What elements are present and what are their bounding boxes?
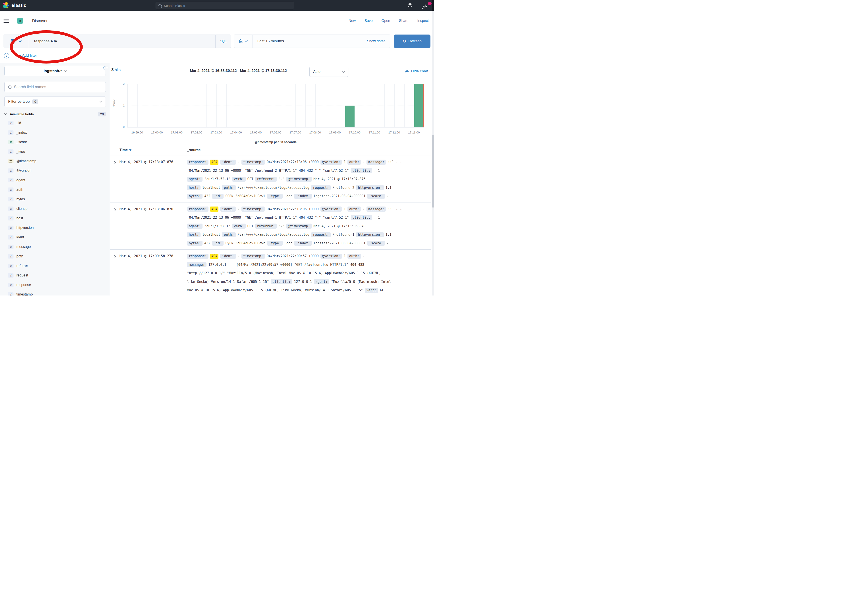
time-column-label: Time [120, 148, 128, 152]
source-text: [04/Mar/2021:22:13:06 +0000] "GET /notfo… [187, 216, 349, 220]
field-item-_type[interactable]: t_type [0, 147, 110, 156]
filter-by-type-select[interactable]: Filter by type 0 [4, 96, 106, 107]
field-item-bytes[interactable]: tbytes [0, 194, 110, 204]
add-filter-link[interactable]: + Add filter [19, 53, 37, 58]
chevron-down-icon [245, 39, 248, 42]
x-tick: 17:02:00 [190, 131, 202, 134]
source-text: 04/Mar/2021:22:13:06 +0000 [267, 207, 319, 211]
show-dates-link[interactable]: Show dates [367, 39, 390, 43]
news-party-popper-icon[interactable] [422, 4, 427, 9]
interval-value: Auto [313, 70, 320, 74]
field-item-httpversion[interactable]: thttpversion [0, 223, 110, 232]
query-input[interactable]: response:404 KQL [3, 34, 231, 48]
expand-row-icon[interactable] [113, 208, 115, 212]
field-badge: _score: [367, 194, 385, 199]
menu-button[interactable] [0, 10, 13, 31]
field-item-path[interactable]: tpath [0, 251, 110, 261]
histogram-bar-17:13:00[interactable] [414, 84, 424, 127]
string-type-icon: t [8, 197, 13, 201]
available-fields-count-badge: 20 [98, 112, 106, 117]
source-text: "Mozilla/5.0 (Macintosh; Intel [331, 280, 391, 284]
source-text: ::1 - - [388, 160, 402, 164]
field-badge: _index: [294, 194, 311, 199]
field-name: ident [16, 235, 24, 239]
field-item-_id[interactable]: t_id [0, 118, 110, 128]
field-item-@timestamp[interactable]: @timestamp [0, 156, 110, 166]
fields-sidebar: logstash-* Search field names Filter by … [0, 63, 110, 296]
available-fields-header[interactable]: Available fields 20 [4, 111, 106, 117]
action-inspect-link[interactable]: Inspect [417, 19, 429, 23]
date-quick-menu[interactable] [234, 35, 252, 47]
field-item-message[interactable]: tmessage [0, 242, 110, 251]
action-save-link[interactable]: Save [365, 19, 372, 23]
x-tick: 17:05:00 [250, 131, 261, 134]
source-line: "http://127.0.0.1/" "Mozilla/5.0 (Macint… [187, 269, 430, 278]
query-language-button[interactable]: KQL [216, 35, 230, 47]
source-text: - [238, 160, 240, 164]
field-name: @timestamp [16, 159, 36, 163]
time-range-value[interactable]: Last 15 minutes [252, 39, 284, 43]
source-text: _doc [284, 194, 292, 198]
interval-select[interactable]: Auto [309, 66, 348, 77]
field-item-@version[interactable]: t@version [0, 166, 110, 175]
field-item-host[interactable]: thost [0, 213, 110, 223]
source-text: Mac OS X 10_15_6) AppleWebKit/605.1.15 (… [187, 288, 363, 292]
elastic-brand[interactable]: elastic [3, 2, 27, 9]
source-line: host:localhostpath:/var/www/example.com/… [187, 183, 430, 192]
source-line: like Gecko) Version/14.1 Safari/605.1.15… [187, 278, 430, 286]
content: logstash-* Search field names Filter by … [0, 63, 434, 296]
space-avatar: D [17, 18, 23, 24]
chevron-down-icon [342, 70, 345, 73]
source-text: - [387, 241, 389, 245]
query-text[interactable]: response:404 [28, 39, 216, 43]
refresh-button[interactable]: ↻ Refresh [394, 34, 431, 48]
field-item-ident[interactable]: tident [0, 232, 110, 242]
action-share-link[interactable]: Share [399, 19, 409, 23]
index-pattern-select[interactable]: logstash-* [4, 66, 106, 76]
field-badge: timestamp: [241, 160, 265, 165]
field-badge: agent: [187, 177, 202, 182]
expand-row-icon[interactable] [113, 161, 115, 165]
action-new-link[interactable]: New [348, 19, 356, 23]
hide-chart-link[interactable]: Hide chart [405, 69, 428, 74]
search-field-names-input[interactable]: Search field names [4, 82, 106, 92]
hamburger-icon [3, 19, 9, 23]
field-badge: verb: [365, 288, 378, 293]
page-title: Discover [32, 19, 47, 23]
expand-row-icon[interactable] [113, 255, 115, 259]
highlight-mark: 404 [210, 160, 218, 165]
saved-query-menu[interactable] [4, 35, 28, 47]
help-lifebuoy-icon[interactable] [407, 3, 413, 8]
chevron-down-icon [64, 69, 67, 72]
scrollbar-thumb[interactable] [432, 134, 434, 208]
field-badge: host: [187, 185, 201, 190]
histogram-bar-17:09:30[interactable] [345, 106, 355, 127]
collapse-sidebar-icon[interactable] [103, 65, 109, 71]
date-picker[interactable]: Last 15 minutes Show dates [234, 34, 390, 48]
field-name: timestamp [16, 293, 33, 296]
field-item-request[interactable]: trequest [0, 270, 110, 280]
source-text: 1 [344, 160, 346, 164]
field-item-response[interactable]: tresponse [0, 280, 110, 290]
field-item-referrer[interactable]: treferrer [0, 261, 110, 270]
chevron-down-icon [99, 100, 102, 103]
field-item-_score[interactable]: #_score [0, 137, 110, 147]
field-item-_index[interactable]: t_index [0, 128, 110, 137]
field-name: clientip [16, 207, 27, 211]
string-type-icon: t [8, 254, 13, 259]
filter-icon[interactable] [3, 53, 9, 59]
field-item-agent[interactable]: tagent [0, 175, 110, 185]
field-item-timestamp[interactable]: ttimestamp [0, 290, 110, 296]
column-time[interactable]: Time [120, 148, 131, 152]
action-open-link[interactable]: Open [382, 19, 390, 23]
scrollbar-track[interactable] [432, 10, 434, 296]
field-badge: ident: [220, 160, 236, 165]
field-name: referrer [16, 264, 28, 268]
filter-dash: — [13, 54, 16, 58]
space-selector[interactable]: D [13, 10, 27, 31]
field-item-auth[interactable]: tauth [0, 185, 110, 194]
field-badge: @timestamp: [286, 223, 311, 229]
field-item-clientip[interactable]: tclientip [0, 204, 110, 213]
global-search-input[interactable]: Search Elastic [156, 2, 294, 9]
column-source: _source [187, 148, 201, 152]
